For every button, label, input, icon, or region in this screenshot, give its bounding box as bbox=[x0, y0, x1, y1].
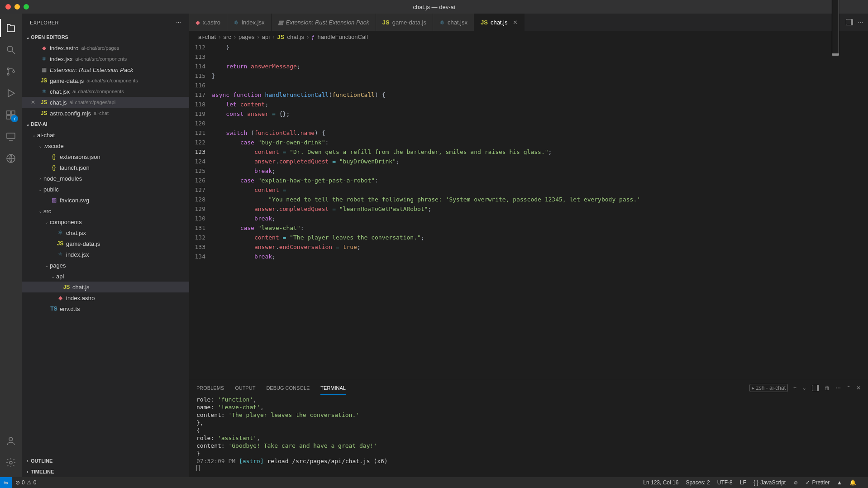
open-editor-item[interactable]: ⚛chat.jsxai-chat/src/components bbox=[22, 86, 189, 97]
file-item[interactable]: ▧favicon.svg bbox=[22, 195, 189, 206]
explorer-icon[interactable] bbox=[0, 17, 22, 39]
timeline-header[interactable]: › TIMELINE bbox=[22, 466, 189, 477]
panel-tab-problems[interactable]: PROBLEMS bbox=[196, 382, 224, 395]
open-editor-item[interactable]: ◆index.astroai-chat/src/pages bbox=[22, 43, 189, 53]
editor-tab[interactable]: ▦Extension: Rust Extension Pack bbox=[272, 14, 376, 31]
panel-tab-output[interactable]: OUTPUT bbox=[235, 382, 255, 395]
source-control-icon[interactable] bbox=[0, 61, 22, 82]
open-editors-header[interactable]: ⌄ OPEN EDITORS bbox=[22, 32, 189, 43]
code-line[interactable]: content = "The player leaves the convers… bbox=[212, 233, 868, 242]
code-editor[interactable]: 1121131141151161171181191201211221231241… bbox=[189, 43, 868, 380]
code-line[interactable]: let content; bbox=[212, 100, 868, 109]
project-header[interactable]: ⌄ DEV-AI bbox=[22, 119, 189, 129]
code-line[interactable]: answer.completedQuest = "learnHowToGetPa… bbox=[212, 204, 868, 214]
terminal-dropdown-icon[interactable]: ⌄ bbox=[802, 385, 806, 391]
status-astro-icon[interactable]: ▲ bbox=[837, 479, 842, 486]
code-line[interactable] bbox=[212, 81, 868, 90]
code-line[interactable]: answer.endConversation = true; bbox=[212, 242, 868, 252]
status-prettier[interactable]: ✓Prettier bbox=[806, 479, 830, 486]
code-line[interactable]: } bbox=[212, 43, 868, 52]
file-item[interactable]: {}extensions.json bbox=[22, 151, 189, 162]
code-line[interactable]: } bbox=[212, 71, 868, 81]
open-editor-item[interactable]: ⚛index.jsxai-chat/src/components bbox=[22, 53, 189, 64]
new-terminal-icon[interactable]: + bbox=[793, 385, 796, 391]
folder-item[interactable]: ⌄.vscode bbox=[22, 140, 189, 151]
toggle-panel-icon[interactable] bbox=[832, 0, 839, 56]
outline-header[interactable]: › OUTLINE bbox=[22, 455, 189, 466]
extensions-icon[interactable]: 7 bbox=[0, 104, 22, 126]
open-editor-item[interactable]: JSgame-data.jsai-chat/src/components bbox=[22, 75, 189, 86]
terminal[interactable]: role: 'function', name: 'leave-chat', co… bbox=[189, 396, 868, 477]
status-errors[interactable]: ⊘0 ⚠0 bbox=[15, 479, 36, 486]
code-line[interactable]: case "buy-dr-owen-drink": bbox=[212, 138, 868, 147]
panel-more-icon[interactable]: ⋯ bbox=[835, 385, 841, 391]
file-item[interactable]: ⚛index.jsx bbox=[22, 249, 189, 260]
code-line[interactable]: case "leave-chat": bbox=[212, 223, 868, 233]
maximize-panel-icon[interactable]: ⌃ bbox=[846, 385, 851, 391]
code-line[interactable]: break; bbox=[212, 252, 868, 261]
status-cursor[interactable]: Ln 123, Col 16 bbox=[643, 479, 678, 486]
open-editor-item[interactable]: ✕JSchat.jsai-chat/src/pages/api bbox=[22, 97, 189, 108]
editor-tab[interactable]: JSgame-data.js bbox=[376, 14, 433, 31]
file-item[interactable]: ◆index.astro bbox=[22, 292, 189, 303]
status-feedback-icon[interactable]: ☺ bbox=[793, 479, 798, 486]
breadcrumbs[interactable]: ai-chat› src› pages› api› JS chat.js› ƒ … bbox=[189, 31, 868, 43]
close-tab-icon[interactable]: ✕ bbox=[513, 19, 518, 26]
settings-gear-icon[interactable] bbox=[0, 452, 22, 474]
remote-indicator[interactable]: ⇋ bbox=[0, 477, 12, 488]
folder-item[interactable]: ›node_modules bbox=[22, 173, 189, 184]
window-minimize[interactable] bbox=[14, 4, 20, 10]
window-close[interactable] bbox=[5, 4, 11, 10]
open-editor-item[interactable]: ▦Extension: Rust Extension Pack bbox=[22, 64, 189, 75]
editor-tab[interactable]: ⚛chat.jsx bbox=[433, 14, 474, 31]
split-editor-icon[interactable] bbox=[846, 19, 853, 25]
window-maximize[interactable] bbox=[24, 4, 29, 10]
code-line[interactable]: async function handleFunctionCall(functi… bbox=[212, 90, 868, 100]
file-item[interactable]: JSgame-data.js bbox=[22, 238, 189, 249]
code-line[interactable]: break; bbox=[212, 214, 868, 223]
code-line[interactable]: return answerMessage; bbox=[212, 62, 868, 71]
file-item[interactable]: ⚛chat.jsx bbox=[22, 227, 189, 238]
close-panel-icon[interactable]: ✕ bbox=[856, 385, 861, 391]
close-editor-icon[interactable]: ✕ bbox=[31, 99, 37, 105]
editor-tab[interactable]: JSchat.js✕ bbox=[474, 14, 525, 31]
code-line[interactable]: "You need to tell the robot the followin… bbox=[212, 195, 868, 204]
file-item[interactable]: {}launch.json bbox=[22, 162, 189, 173]
editor-tab[interactable]: ⚛index.jsx bbox=[227, 14, 272, 31]
search-icon[interactable] bbox=[0, 39, 22, 61]
file-item[interactable]: JSchat.js bbox=[22, 282, 189, 292]
folder-item[interactable]: ⌄public bbox=[22, 184, 189, 195]
run-debug-icon[interactable] bbox=[0, 82, 22, 104]
code-line[interactable]: const answer = {}; bbox=[212, 109, 868, 119]
code-line[interactable]: switch (functionCall.name) { bbox=[212, 128, 868, 138]
code-line[interactable] bbox=[212, 119, 868, 128]
code-line[interactable]: break; bbox=[212, 166, 868, 176]
status-language[interactable]: { }JavaScript bbox=[754, 479, 786, 486]
panel-tab-terminal[interactable]: TERMINAL bbox=[320, 382, 346, 395]
code-line[interactable] bbox=[212, 52, 868, 62]
status-eol[interactable]: LF bbox=[740, 479, 746, 486]
folder-item[interactable]: ⌄pages bbox=[22, 260, 189, 271]
status-encoding[interactable]: UTF-8 bbox=[717, 479, 733, 486]
folder-item[interactable]: ⌄api bbox=[22, 271, 189, 282]
terminal-picker[interactable]: ▸ zsh - ai-chat bbox=[749, 384, 788, 392]
accounts-icon[interactable] bbox=[0, 430, 22, 452]
code-line[interactable]: answer.completedQuest = "buyDrOwenDrink"… bbox=[212, 157, 868, 166]
folder-item[interactable]: ⌄components bbox=[22, 216, 189, 227]
edge-tools-icon[interactable] bbox=[0, 148, 22, 169]
open-editor-item[interactable]: JSastro.config.mjsai-chat bbox=[22, 108, 189, 119]
editor-tab[interactable]: ◆x.astro bbox=[189, 14, 227, 31]
status-notifications-icon[interactable]: 🔔 bbox=[849, 479, 856, 486]
file-item[interactable]: TSenv.d.ts bbox=[22, 303, 189, 314]
remote-explorer-icon[interactable] bbox=[0, 126, 22, 148]
kill-terminal-icon[interactable]: 🗑 bbox=[825, 385, 830, 391]
folder-item[interactable]: ⌄src bbox=[22, 206, 189, 216]
split-terminal-icon[interactable] bbox=[812, 385, 819, 391]
code-line[interactable]: content = bbox=[212, 185, 868, 195]
code-line[interactable]: case "explain-how-to-get-past-a-robot": bbox=[212, 176, 868, 185]
folder-item[interactable]: ⌄ai-chat bbox=[22, 129, 189, 140]
panel-tab-debug-console[interactable]: DEBUG CONSOLE bbox=[266, 382, 310, 395]
code-line[interactable]: content = "Dr. Owen gets a refill from t… bbox=[212, 147, 868, 157]
status-spaces[interactable]: Spaces: 2 bbox=[686, 479, 710, 486]
sidebar-more-icon[interactable]: ⋯ bbox=[176, 20, 181, 26]
